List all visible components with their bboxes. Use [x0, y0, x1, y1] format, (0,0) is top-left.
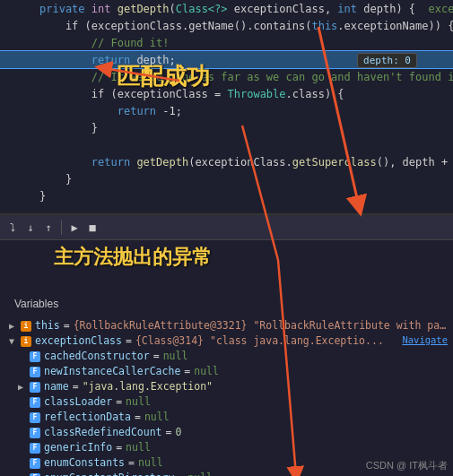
var-value-this: {RollbackRuleAttribute@3321} "RollbackRu… — [74, 319, 448, 332]
resume-icon[interactable]: ▶ — [67, 221, 82, 235]
type-icon-newInstanceCallerCache: F — [30, 367, 40, 377]
code-token: if (exceptionClass = Throwable.class) { — [39, 88, 344, 100]
step-over-icon[interactable]: ⤵ — [5, 221, 20, 235]
variables-header: Variables — [7, 296, 65, 314]
var-eq-newInstanceCallerCache: = — [184, 365, 190, 377]
var-eq-enumConstants: = — [128, 456, 135, 469]
var-name-newInstanceCallerCache: newInstanceCallerCache — [44, 365, 180, 377]
var-value-reflectionData: null — [144, 411, 448, 423]
code-line-13 — [0, 204, 453, 215]
type-icon-enumConstants: F — [30, 458, 40, 469]
var-name-cachedConstructor: cachedConstructor — [44, 350, 150, 362]
var-value-newInstanceCallerCache: null — [194, 365, 448, 377]
type-icon-reflectionData: F — [30, 412, 40, 423]
code-line-3: // Found it! — [0, 34, 453, 51]
var-value-classRedefinedCount: 0 — [176, 426, 449, 438]
expand-icon-classRedefinedCount — [18, 428, 27, 437]
var-value-classLoader: null — [126, 395, 448, 408]
var-eq-reflectionData: = — [135, 411, 141, 423]
type-icon-classRedefinedCount: F — [30, 428, 40, 438]
code-line-5: // If we've gone as far as we can go and… — [0, 68, 453, 85]
variables-section: ▶ i this = {RollbackRuleAttribute@3321} … — [0, 315, 453, 476]
expand-icon-newInstanceCallerCache — [18, 367, 27, 376]
type-icon-name: F — [30, 382, 40, 393]
variables-header-container: Variables — [0, 240, 453, 313]
type-icon-genericInfo: F — [30, 443, 40, 454]
var-eq-classRedefinedCount: = — [166, 426, 172, 438]
var-item-name[interactable]: ▶ F name = "java.lang.Exception" — [0, 379, 453, 394]
code-editor: private int getDepth(Class<?> exceptionC… — [0, 0, 453, 215]
var-item-this[interactable]: ▶ i this = {RollbackRuleAttribute@3321} … — [0, 318, 453, 333]
code-line-4-highlighted: return depth; depth: 0 — [0, 51, 453, 68]
expand-icon-classLoader — [18, 397, 27, 407]
code-token: // If we've gone as far as we can go and… — [39, 71, 453, 83]
debug-panel: ⤵ ↓ ↑ ▶ ■ 主方法抛出的异常 Variables ▶ i this = … — [0, 215, 453, 476]
var-value-enumConstants: null — [138, 456, 448, 469]
expand-icon-cachedConstructor — [18, 351, 27, 361]
var-name-this: this — [35, 319, 60, 332]
var-eq-classLoader: = — [116, 395, 122, 408]
var-item-exceptionClass[interactable]: ▼ i exceptionClass = {Class@314} "class … — [0, 333, 453, 349]
expand-icon-enumConstants — [18, 458, 27, 468]
expand-icon-reflectionData — [18, 412, 27, 422]
step-out-icon[interactable]: ↑ — [41, 221, 56, 235]
var-item-classLoader[interactable]: F classLoader = null — [0, 394, 453, 410]
code-token: if (exceptionClass.getName().contains(th… — [39, 20, 453, 32]
expand-icon-this: ▶ — [9, 321, 18, 331]
code-line-1: private int getDepth(Class<?> exceptionC… — [0, 0, 453, 17]
step-into-icon[interactable]: ↓ — [23, 221, 38, 235]
var-eq-genericInfo: = — [116, 441, 122, 454]
var-name-exceptionClass: exceptionClass — [35, 334, 122, 347]
var-item-reflectionData[interactable]: F reflectionData = null — [0, 410, 453, 425]
code-line-9 — [0, 136, 453, 153]
debug-toolbar: ⤵ ↓ ↑ ▶ ■ — [0, 215, 453, 240]
var-eq-name: = — [73, 380, 79, 393]
code-line-10: return getDepth(exceptionClass.getSuperc… — [0, 153, 453, 170]
var-value-cachedConstructor: null — [163, 350, 448, 362]
var-eq-this: = — [64, 319, 70, 332]
var-eq-enumConstantDirectory: = — [178, 472, 184, 476]
code-line-12: } — [0, 187, 453, 204]
stop-icon[interactable]: ■ — [85, 221, 100, 235]
var-name-name: name — [44, 380, 69, 393]
var-value-genericInfo: null — [126, 441, 448, 454]
var-eq-cachedConstructor: = — [153, 350, 160, 362]
expand-icon-exceptionClass: ▼ — [9, 336, 18, 346]
code-token: } — [39, 122, 98, 134]
code-token: private int getDepth(Class<?> exceptionC… — [39, 3, 453, 15]
type-icon-this: i — [21, 321, 31, 332]
type-icon-exceptionClass: i — [21, 336, 31, 347]
var-name-enumConstantDirectory: enumConstantDirectory — [44, 472, 174, 476]
expand-icon-name: ▶ — [18, 382, 27, 392]
var-item-classRedefinedCount[interactable]: F classRedefinedCount = 0 — [0, 425, 453, 440]
expand-icon-genericInfo — [18, 443, 27, 453]
depth-hint: depth: 0 — [357, 53, 417, 68]
var-link-navigate[interactable]: Navigate — [402, 334, 448, 345]
var-item-newInstanceCallerCache[interactable]: F newInstanceCallerCache = null — [0, 364, 453, 379]
var-item-genericInfo[interactable]: F genericInfo = null — [0, 440, 453, 455]
var-name-genericInfo: genericInfo — [44, 441, 112, 454]
code-line-2: if (exceptionClass.getName().contains(th… — [0, 17, 453, 34]
code-token: // Found it! — [39, 37, 170, 49]
code-token: return getDepth(exceptionClass.getSuperc… — [39, 156, 453, 169]
var-value-enumConstantDirectory: null — [187, 472, 448, 476]
type-icon-classLoader: F — [30, 397, 40, 408]
code-line-8: } — [0, 119, 453, 136]
code-token: return -1; — [39, 105, 182, 117]
var-item-enumConstants[interactable]: F enumConstants = null — [0, 455, 453, 471]
code-token: return depth; — [39, 54, 176, 66]
var-value-exceptionClass: {Class@314} "class java.lang.Exceptio... — [135, 334, 399, 347]
var-value-name: "java.lang.Exception" — [83, 380, 448, 393]
var-item-enumConstantDirectory[interactable]: F enumConstantDirectory = null — [0, 471, 453, 476]
code-token: } — [39, 190, 46, 203]
code-token: } — [39, 173, 72, 186]
code-line-11: } — [0, 170, 453, 187]
var-name-classLoader: classLoader — [44, 395, 112, 408]
var-name-enumConstants: enumConstants — [44, 456, 125, 469]
toolbar-separator — [61, 221, 62, 235]
var-eq-exceptionClass: = — [126, 334, 132, 347]
code-line-6: if (exceptionClass = Throwable.class) { — [0, 85, 453, 102]
var-item-cachedConstructor[interactable]: F cachedConstructor = null — [0, 349, 453, 364]
code-line-7: return -1; — [0, 102, 453, 119]
var-name-classRedefinedCount: classRedefinedCount — [44, 426, 162, 438]
